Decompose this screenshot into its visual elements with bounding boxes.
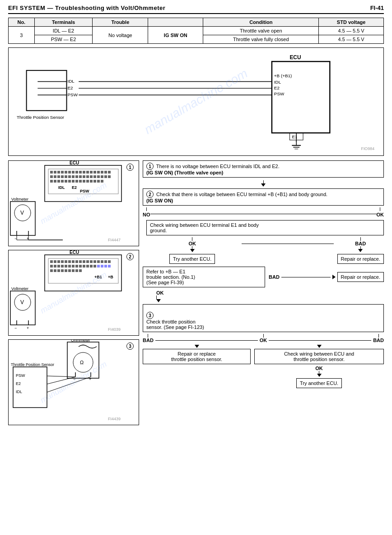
svg-text:IDL: IDL: [68, 79, 75, 84]
step3-num: 3: [146, 312, 154, 319]
svg-rect-122: [83, 265, 85, 268]
svg-rect-66: [65, 180, 67, 183]
svg-rect-37: [83, 171, 85, 174]
svg-rect-116: [61, 265, 64, 268]
step1-num: 1: [146, 163, 154, 170]
svg-rect-48: [61, 175, 64, 178]
bad2-label: BAD: [355, 241, 366, 246]
voltage-1: 4.5 — 5.5 V: [319, 27, 384, 35]
trouble: No voltage: [93, 27, 148, 44]
svg-rect-99: [61, 260, 64, 263]
svg-rect-59: [101, 175, 103, 178]
svg-rect-141: [10, 291, 35, 325]
diagram-1-svg: ECU: [9, 161, 134, 242]
svg-rect-62: [50, 180, 53, 183]
svg-rect-114: [54, 265, 56, 268]
svg-rect-125: [93, 265, 96, 268]
svg-text:E2: E2: [16, 381, 21, 386]
svg-rect-70: [79, 180, 82, 183]
svg-rect-57: [93, 175, 96, 178]
svg-rect-132: [57, 269, 60, 272]
svg-rect-117: [65, 265, 67, 268]
bad3c-label: BAD: [373, 338, 384, 343]
bottom-boxes-row: Repair or replace throttle position sens…: [143, 345, 384, 388]
svg-rect-56: [90, 175, 93, 178]
ig-sw: IG SW ON: [148, 27, 203, 44]
circuit-svg: IDL E2 PSW ECU +B (+B1) IDL E2 PSW E1: [13, 52, 379, 151]
no-ok-row: NO OK: [143, 207, 384, 218]
col-no: No.: [9, 18, 35, 27]
bad-branch: BAD Repair or replace.: [337, 237, 384, 264]
svg-rect-73: [90, 180, 93, 183]
circuit-diagram: manualmachine.com IDL E2 PSW ECU +B (+B1…: [8, 47, 384, 156]
svg-rect-40: [93, 171, 96, 174]
svg-rect-104: [79, 260, 82, 263]
svg-rect-97: [54, 260, 56, 263]
ok3-label: OK: [156, 290, 164, 296]
svg-rect-101: [68, 260, 71, 263]
svg-rect-34: [72, 171, 75, 174]
check-wiring2-box: Check wiring between ECU and throttle po…: [254, 349, 384, 364]
ok3b-label: OK: [260, 338, 267, 343]
bad-ok-bad-row: BAD OK BAD: [143, 334, 384, 343]
ok-label: OK: [377, 212, 384, 217]
ok-bad-line: [242, 244, 333, 244]
check-wiring2-col: Check wiring between ECU and throttle po…: [254, 345, 384, 388]
svg-rect-128: [104, 265, 107, 268]
ok2-label: OK: [188, 241, 196, 246]
svg-text:ECU: ECU: [289, 54, 301, 61]
svg-rect-112: [108, 260, 111, 263]
wiring-row: Check wiring between ECU terminal E1 and…: [143, 220, 384, 264]
svg-rect-67: [68, 180, 71, 183]
check-wiring-center: Check wiring between ECU terminal E1 and…: [146, 220, 384, 264]
svg-rect-49: [65, 175, 67, 178]
svg-text:FI4039: FI4039: [108, 327, 121, 332]
page: EFI SYSTEM — Troubleshooting with Volt/O…: [0, 0, 392, 535]
svg-rect-109: [97, 260, 100, 263]
svg-text:IDL: IDL: [58, 185, 65, 190]
svg-rect-121: [79, 265, 82, 268]
svg-rect-130: [50, 269, 53, 272]
svg-text:+: +: [27, 326, 29, 330]
svg-rect-134: [65, 269, 67, 272]
svg-rect-75: [97, 180, 100, 183]
svg-rect-76: [101, 180, 103, 183]
ok3-arrow: OK: [156, 290, 384, 302]
refer-box: Refer to +B — E1 trouble section. (No.1)…: [143, 267, 265, 287]
svg-rect-98: [57, 260, 60, 263]
ok-branch: OK: [377, 207, 384, 218]
svg-rect-58: [97, 175, 100, 178]
svg-rect-0: [27, 70, 67, 111]
svg-text:FI4447: FI4447: [108, 238, 121, 242]
svg-rect-113: [50, 265, 53, 268]
bad-refer-branch: BAD Repair or replace.: [269, 272, 384, 282]
svg-rect-53: [79, 175, 82, 178]
svg-rect-118: [68, 265, 71, 268]
no-branch: NO: [143, 207, 150, 218]
svg-rect-131: [54, 269, 56, 272]
col-trouble: Trouble: [93, 18, 148, 27]
svg-text:+B1: +B1: [94, 275, 102, 279]
svg-rect-74: [93, 180, 96, 183]
no-ok-line: [150, 214, 377, 214]
condition-2: Throttle valve fully closed: [203, 35, 319, 44]
row-num: 3: [9, 27, 35, 44]
svg-rect-54: [83, 175, 85, 178]
svg-rect-108: [93, 260, 96, 263]
svg-text:−: −: [14, 326, 17, 330]
svg-rect-110: [101, 260, 103, 263]
diagram-1: manualmachine.com 1 ECU: [8, 160, 139, 246]
step2-box: 2 Check that there is voltage between EC…: [143, 188, 384, 206]
svg-rect-69: [75, 180, 78, 183]
svg-text:Ω: Ω: [80, 360, 84, 365]
svg-rect-60: [104, 175, 107, 178]
step1-box: 1 There is no voltage between ECU termin…: [143, 160, 384, 178]
svg-rect-10: [272, 61, 330, 133]
svg-text:ECU: ECU: [70, 250, 79, 255]
svg-rect-138: [79, 269, 82, 272]
svg-rect-137: [75, 269, 78, 272]
page-header: EFI SYSTEM — Troubleshooting with Volt/O…: [8, 5, 384, 14]
try-ecu2-box: Try another ECU.: [296, 378, 342, 388]
svg-rect-129: [108, 265, 111, 268]
no-label: NO: [143, 212, 150, 217]
